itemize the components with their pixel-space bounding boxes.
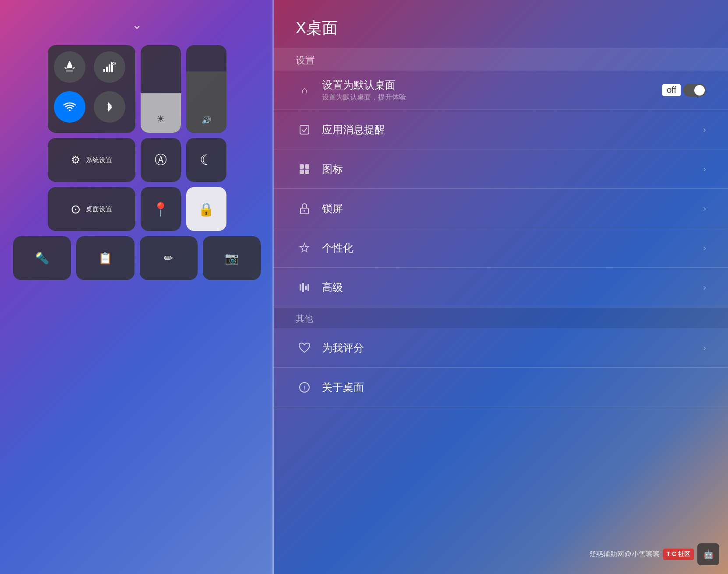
section-other-label: 其他	[274, 307, 728, 328]
settings-item-advanced[interactable]: 高级 ›	[274, 268, 728, 307]
settings-item-text-about: 关于桌面	[322, 380, 706, 394]
svg-rect-7	[300, 164, 304, 169]
settings-item-lockscreen[interactable]: 锁屏 ›	[274, 189, 728, 228]
settings-item-title-lock: 锁屏	[322, 202, 703, 216]
settings-item-personalize[interactable]: 个性化 ›	[274, 228, 728, 268]
app-title: X桌面	[274, 0, 728, 48]
chevron-right-icon: ›	[703, 124, 706, 135]
gear-icon: ⚙	[71, 154, 81, 166]
volume-icon: 🔊	[201, 115, 211, 125]
icons-icon	[296, 160, 313, 178]
lock-chevron: ›	[703, 203, 706, 213]
svg-rect-1	[103, 69, 105, 72]
svg-point-12	[304, 210, 305, 212]
toggle-icon: ⊙	[71, 202, 81, 216]
section-settings-label: 设置	[274, 48, 728, 71]
camera-icon: 📷	[225, 252, 239, 265]
settings-list: 设置 ⌂ 设置为默认桌面 设置为默认桌面，提升体验 off	[274, 48, 728, 574]
settings-item-rate[interactable]: 为我评分 ›	[274, 328, 728, 368]
markup-icon: ✏	[164, 252, 173, 265]
chevron-right-icon-2: ›	[703, 164, 706, 174]
system-settings-button[interactable]: ⚙ 系统设置	[48, 138, 135, 182]
wifi-button[interactable]	[54, 91, 85, 123]
advanced-icon	[296, 279, 313, 296]
chevron-right-icon-5: ›	[703, 282, 706, 292]
settings-item-text-advanced: 高级	[322, 280, 703, 294]
toggle-container: off	[662, 84, 706, 97]
settings-item-notifications[interactable]: 应用消息提醒 ›	[274, 110, 728, 149]
svg-rect-3	[109, 64, 110, 72]
rate-chevron: ›	[703, 343, 706, 353]
moon-icon: ☾	[200, 152, 212, 168]
markup-button[interactable]: ✏	[140, 236, 198, 280]
desktop-settings-button[interactable]: ⊙ 桌面设置	[48, 187, 135, 231]
watermark: 疑惑辅助网@小雪嚓嚓 T·C 社区 🤖	[589, 543, 719, 565]
left-panel: ⌄	[0, 0, 274, 574]
settings-item-default-desktop[interactable]: ⌂ 设置为默认桌面 设置为默认桌面，提升体验 off	[274, 71, 728, 110]
settings-item-title-notif: 应用消息提醒	[322, 123, 703, 137]
settings-item-text-personal: 个性化	[322, 241, 703, 255]
chevron-right-icon-4: ›	[703, 243, 706, 253]
default-desktop-toggle[interactable]: off	[662, 84, 706, 97]
svg-rect-0	[66, 71, 73, 71]
brightness-fill	[141, 93, 181, 133]
cc-row-4: 🔦 📋 ✏ 📷	[13, 236, 261, 280]
svg-rect-16	[307, 284, 309, 291]
control-center: ☀ 🔊 ⚙ 系统设置 Ⓐ ☾ ⊙ 桌面设置	[0, 45, 274, 280]
settings-item-text-rate: 为我评分	[322, 341, 703, 355]
info-icon: i	[296, 379, 313, 396]
cellular-button[interactable]	[94, 51, 125, 83]
notif-chevron: ›	[703, 124, 706, 135]
location-icon: 📍	[152, 202, 169, 217]
star-icon	[296, 239, 313, 257]
lock-rotation-button[interactable]: 🔒	[186, 187, 226, 231]
connectivity-grid	[48, 45, 135, 133]
settings-item-title-rate: 为我评分	[322, 341, 703, 355]
brightness-slider[interactable]: ☀	[141, 45, 181, 133]
notification-icon	[296, 121, 313, 138]
system-settings-label: 系统设置	[86, 156, 112, 164]
settings-item-title-about: 关于桌面	[322, 380, 706, 394]
lock-rotation-icon: 🔒	[198, 202, 214, 217]
toggle-rect[interactable]	[683, 84, 706, 97]
watermark-logo: 🤖	[697, 543, 719, 565]
icons-chevron: ›	[703, 164, 706, 174]
svg-rect-10	[305, 170, 309, 174]
lockscreen-icon	[296, 200, 313, 217]
svg-rect-2	[106, 67, 108, 72]
bluetooth-button[interactable]	[94, 91, 125, 123]
cc-row-1: ☀ 🔊	[13, 45, 261, 133]
volume-slider[interactable]: 🔊	[186, 45, 226, 133]
notes-icon: 📋	[98, 252, 112, 265]
svg-text:i: i	[304, 384, 305, 391]
settings-item-subtitle-default: 设置为默认桌面，提升体验	[322, 93, 662, 102]
chevron-down-icon[interactable]: ⌄	[132, 18, 142, 32]
camera-button[interactable]: 📷	[203, 236, 261, 280]
right-panel: X桌面 设置 ⌂ 设置为默认桌面 设置为默认桌面，提升体验 off	[274, 0, 728, 574]
auto-brightness-button[interactable]: Ⓐ	[141, 138, 181, 182]
home-icon: ⌂	[296, 81, 313, 99]
chevron-right-icon-6: ›	[703, 343, 706, 353]
svg-rect-9	[300, 170, 304, 174]
settings-item-text-lock: 锁屏	[322, 202, 703, 216]
flashlight-button[interactable]: 🔦	[13, 236, 71, 280]
chevron-right-icon-3: ›	[703, 203, 706, 213]
svg-rect-13	[300, 284, 301, 291]
heart-icon	[296, 339, 313, 357]
location-button[interactable]: 📍	[141, 187, 181, 231]
watermark-text: 疑惑辅助网@小雪嚓嚓	[589, 550, 659, 559]
settings-item-text-notif: 应用消息提醒	[322, 123, 703, 137]
airplane-mode-button[interactable]	[54, 51, 85, 83]
settings-item-title-personal: 个性化	[322, 241, 703, 255]
night-mode-button[interactable]: ☾	[186, 138, 226, 182]
settings-item-about[interactable]: i 关于桌面	[274, 368, 728, 407]
settings-item-title-icons: 图标	[322, 162, 703, 176]
desktop-settings-label: 桌面设置	[86, 205, 112, 213]
cc-row-2: ⚙ 系统设置 Ⓐ ☾	[13, 138, 261, 182]
flashlight-icon: 🔦	[35, 252, 49, 265]
notes-button[interactable]: 📋	[76, 236, 134, 280]
settings-item-icons[interactable]: 图标 ›	[274, 149, 728, 189]
watermark-badge: T·C 社区	[663, 549, 694, 560]
auto-brightness-icon: Ⓐ	[155, 152, 167, 168]
svg-rect-8	[305, 164, 309, 169]
